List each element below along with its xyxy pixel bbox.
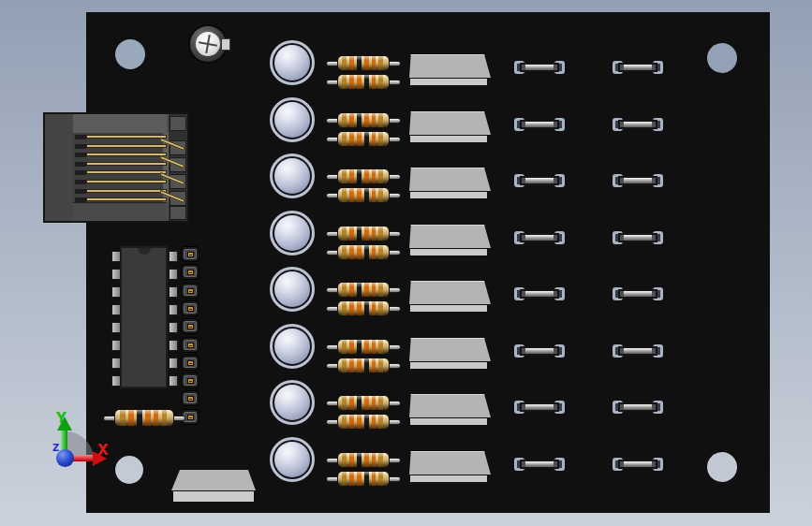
header-pin-gold <box>187 415 194 420</box>
header-pin-gold <box>187 360 194 366</box>
ic-pin <box>169 322 178 333</box>
resistor-body <box>337 131 390 147</box>
wire-jumper[interactable] <box>514 287 565 300</box>
rj45-latch-column <box>169 114 187 221</box>
led[interactable] <box>270 324 315 369</box>
resistor-body <box>337 358 390 373</box>
resistor[interactable] <box>326 414 401 430</box>
ic-pin <box>111 322 121 333</box>
led[interactable] <box>270 40 315 85</box>
wire-jumper[interactable] <box>613 401 663 414</box>
wire-jumper[interactable] <box>613 458 663 471</box>
relay-top-face <box>409 168 491 191</box>
resistor-lead <box>388 80 401 85</box>
header-pin-gold <box>187 396 194 402</box>
resistor-body <box>337 226 390 241</box>
resistor[interactable] <box>326 395 401 411</box>
resistor[interactable] <box>326 300 401 316</box>
jumper-bar <box>618 233 657 242</box>
resistor[interactable] <box>326 244 401 260</box>
wire-jumper[interactable] <box>613 174 663 187</box>
relay-block[interactable] <box>409 394 491 425</box>
led-sphere <box>274 215 310 251</box>
wire-jumper[interactable] <box>514 344 565 358</box>
rj45-contact-pin <box>86 170 167 174</box>
header-pin[interactable] <box>181 318 199 334</box>
relay-block[interactable] <box>409 281 491 312</box>
wire-jumper[interactable] <box>514 458 565 471</box>
resistor[interactable] <box>326 74 401 90</box>
resistor-lead <box>388 306 401 312</box>
resistor[interactable] <box>326 168 401 184</box>
ic-pin <box>169 358 178 369</box>
resistor[interactable] <box>326 339 401 355</box>
led[interactable] <box>270 97 315 142</box>
bottom-connector-top <box>171 470 256 490</box>
rj45-pin-pad <box>75 170 86 175</box>
ic-chip[interactable] <box>111 246 224 388</box>
resistor[interactable] <box>326 187 401 203</box>
wire-jumper[interactable] <box>613 287 663 300</box>
relay-top-face <box>409 225 491 248</box>
header-pin[interactable] <box>181 300 199 316</box>
header-pin[interactable] <box>181 373 199 388</box>
header-pin[interactable] <box>181 355 199 371</box>
wire-jumper[interactable] <box>514 174 565 187</box>
rj45-pin-pad <box>75 162 86 167</box>
rj45-latch-block <box>170 206 186 220</box>
resistor[interactable] <box>326 471 401 487</box>
resistor[interactable] <box>326 55 401 71</box>
header-pin[interactable] <box>181 283 199 299</box>
resistor-lead <box>388 61 401 66</box>
led[interactable] <box>270 437 315 482</box>
relay-block[interactable] <box>409 338 491 369</box>
relay-top-face <box>409 394 491 417</box>
phillips-slot <box>195 31 221 57</box>
header-pin[interactable] <box>181 246 199 262</box>
resistor[interactable] <box>326 282 401 298</box>
header-pin[interactable] <box>181 337 199 353</box>
wire-jumper[interactable] <box>613 231 663 244</box>
x-axis-label: X <box>97 442 109 459</box>
relay-block[interactable] <box>409 168 491 198</box>
wire-jumper[interactable] <box>514 401 565 414</box>
ic-pin <box>111 340 121 351</box>
wire-jumper[interactable] <box>514 118 565 131</box>
wire-jumper[interactable] <box>514 61 565 74</box>
wire-jumper[interactable] <box>613 344 663 358</box>
resistor-lead <box>388 250 401 256</box>
wire-jumper[interactable] <box>514 231 565 244</box>
resistor-body <box>337 187 390 203</box>
rj45-connector[interactable] <box>43 112 189 223</box>
resistor[interactable] <box>326 452 401 468</box>
relay-block[interactable] <box>409 225 491 256</box>
resistor[interactable] <box>326 131 401 147</box>
relay-base-strip <box>410 79 487 85</box>
header-pin[interactable] <box>181 390 199 406</box>
resistor[interactable] <box>326 226 401 241</box>
header-pin[interactable] <box>181 264 199 280</box>
header-pin-gold <box>187 378 194 384</box>
relay-base-strip <box>410 418 487 425</box>
header-pin-gold <box>187 324 194 329</box>
bottom-connector[interactable] <box>171 470 256 502</box>
resistor[interactable] <box>326 358 401 373</box>
jumper-bar <box>618 176 657 185</box>
relay-top-face <box>409 338 491 361</box>
resistor[interactable] <box>326 112 401 128</box>
relay-block[interactable] <box>409 451 491 482</box>
led[interactable] <box>270 153 315 198</box>
cad-viewport[interactable]: Y Z X <box>0 0 812 526</box>
wire-jumper[interactable] <box>613 118 663 131</box>
relay-block[interactable] <box>409 111 491 142</box>
wire-jumper[interactable] <box>613 61 663 74</box>
ic-pin <box>169 340 178 351</box>
screw[interactable] <box>190 26 226 62</box>
led[interactable] <box>270 211 315 256</box>
resistor-lead <box>388 137 401 142</box>
relay-block[interactable] <box>409 54 491 85</box>
relay-base-strip <box>410 249 487 256</box>
led[interactable] <box>270 267 315 312</box>
led[interactable] <box>270 380 315 425</box>
resistor-lead <box>388 118 401 124</box>
